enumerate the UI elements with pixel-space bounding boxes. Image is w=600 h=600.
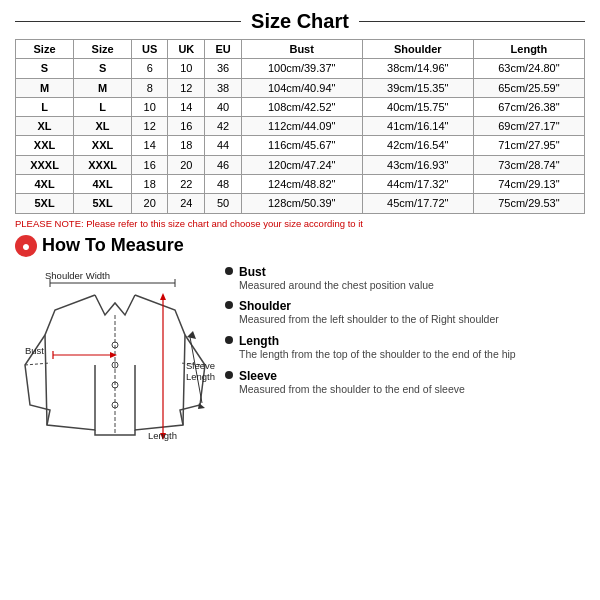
htms-title-text: How To Measure: [42, 235, 184, 256]
bullet-icon: [225, 267, 233, 275]
svg-marker-17: [187, 331, 196, 339]
svg-marker-14: [160, 293, 166, 300]
title-row: Size Chart: [15, 10, 585, 33]
title-line-left: [15, 21, 241, 22]
measure-title: Length: [239, 334, 516, 348]
table-row: 4XL4XL182248124cm/48.82"44cm/17.32"74cm/…: [16, 175, 585, 194]
svg-marker-18: [198, 403, 205, 409]
table-row: XLXL121642112cm/44.09"41cm/16.14"69cm/27…: [16, 117, 585, 136]
bullet-icon: [225, 371, 233, 379]
htms-body: Shoulder Width: [15, 265, 585, 443]
label-sleeve-length: SleeveLength: [186, 360, 215, 383]
table-row: XXLXXL141844116cm/45.67"42cm/16.54"71cm/…: [16, 136, 585, 155]
measure-desc: Measured from the shoulder to the end of…: [239, 383, 465, 395]
measure-item: Shoulder Measured from the left shoulder…: [225, 299, 585, 327]
table-row: XXXLXXXL162046120cm/47.24"43cm/16.93"73c…: [16, 155, 585, 174]
page-title: Size Chart: [241, 10, 359, 33]
how-to-measure-section: ● How To Measure Shoulder Width: [15, 235, 585, 443]
label-bust: Bust: [25, 345, 44, 356]
label-shoulder-width: Shoulder Width: [45, 270, 110, 281]
jacket-svg: [15, 265, 215, 440]
bullet-icon: [225, 301, 233, 309]
measure-item: Sleeve Measured from the shoulder to the…: [225, 369, 585, 397]
measure-desc: Measured around the chest position value: [239, 279, 434, 291]
size-chart-table: SizeSizeUSUKEUBustShoulderLength SS61036…: [15, 39, 585, 214]
measure-title: Shoulder: [239, 299, 499, 313]
measure-desc: The length from the top of the shoulder …: [239, 348, 516, 360]
measure-title: Bust: [239, 265, 434, 279]
svg-marker-11: [110, 352, 117, 358]
how-to-measure-title: ● How To Measure: [15, 235, 585, 257]
measure-item: Bust Measured around the chest position …: [225, 265, 585, 293]
page: Size Chart SizeSizeUSUKEUBustShoulderLen…: [0, 0, 600, 600]
measure-title: Sleeve: [239, 369, 465, 383]
bullet-icon: [225, 336, 233, 344]
table-row: 5XL5XL202450128cm/50.39"45cm/17.72"75cm/…: [16, 194, 585, 213]
table-row: MM81238104cm/40.94"39cm/15.35"65cm/25.59…: [16, 78, 585, 97]
note-text: PLEASE NOTE: Please refer to this size c…: [15, 218, 585, 229]
measure-desc: Measured from the left shoulder to the o…: [239, 313, 499, 325]
table-header-row: SizeSizeUSUKEUBustShoulderLength: [16, 40, 585, 59]
measure-list: Bust Measured around the chest position …: [225, 265, 585, 443]
measure-item: Length The length from the top of the sh…: [225, 334, 585, 362]
label-length: Length: [148, 430, 177, 441]
table-row: LL101440108cm/42.52"40cm/15.75"67cm/26.3…: [16, 97, 585, 116]
jacket-illustration: Shoulder Width: [15, 265, 215, 443]
htms-icon: ●: [15, 235, 37, 257]
table-row: SS61036100cm/39.37"38cm/14.96"63cm/24.80…: [16, 59, 585, 78]
title-line-right: [359, 21, 585, 22]
